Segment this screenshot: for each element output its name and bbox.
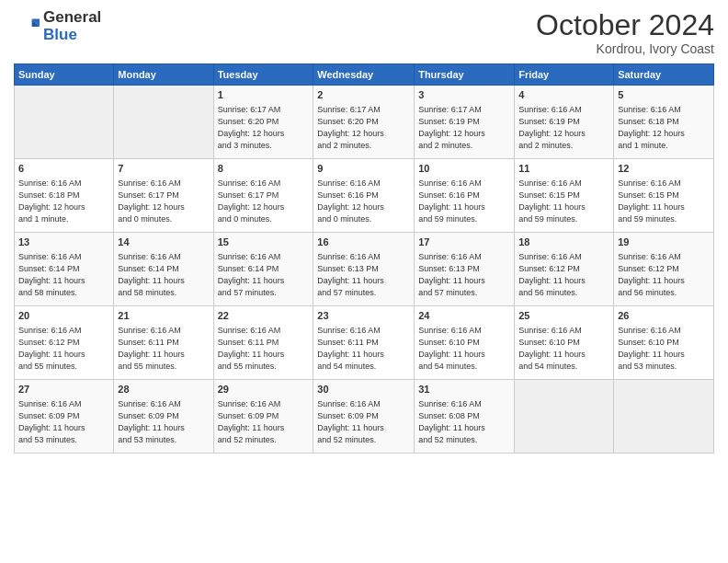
day-number: 7 (118, 162, 209, 176)
day-info: Sunrise: 6:16 AM Sunset: 6:15 PM Dayligh… (518, 178, 609, 225)
calendar-day-cell: 20Sunrise: 6:16 AM Sunset: 6:12 PM Dayli… (15, 306, 114, 380)
day-info: Sunrise: 6:16 AM Sunset: 6:12 PM Dayligh… (18, 325, 109, 373)
calendar-day-cell: 24Sunrise: 6:16 AM Sunset: 6:10 PM Dayli… (415, 306, 515, 380)
day-info: Sunrise: 6:16 AM Sunset: 6:14 PM Dayligh… (218, 251, 310, 299)
day-info: Sunrise: 6:16 AM Sunset: 6:11 PM Dayligh… (218, 325, 310, 373)
day-info: Sunrise: 6:17 AM Sunset: 6:20 PM Dayligh… (317, 104, 410, 152)
day-number: 26 (618, 309, 710, 323)
calendar-day-cell: 3Sunrise: 6:17 AM Sunset: 6:19 PM Daylig… (415, 86, 515, 159)
calendar-day-cell: 9Sunrise: 6:16 AM Sunset: 6:16 PM Daylig… (313, 159, 415, 233)
header: General Blue October 2024 Kordrou, Ivory… (14, 9, 714, 56)
calendar-day-cell: 2Sunrise: 6:17 AM Sunset: 6:20 PM Daylig… (313, 86, 415, 159)
day-number: 12 (618, 162, 710, 176)
weekday-header: Monday (114, 64, 213, 86)
day-info: Sunrise: 6:16 AM Sunset: 6:11 PM Dayligh… (118, 325, 209, 373)
day-number: 9 (317, 162, 410, 176)
calendar-day-cell: 28Sunrise: 6:16 AM Sunset: 6:09 PM Dayli… (114, 380, 213, 454)
calendar-day-cell: 4Sunrise: 6:16 AM Sunset: 6:19 PM Daylig… (515, 86, 614, 159)
calendar-day-cell: 15Sunrise: 6:16 AM Sunset: 6:14 PM Dayli… (213, 233, 313, 306)
day-number: 24 (418, 309, 510, 323)
page: General Blue October 2024 Kordrou, Ivory… (0, 0, 728, 563)
calendar-day-cell: 30Sunrise: 6:16 AM Sunset: 6:09 PM Dayli… (313, 380, 415, 454)
calendar-day-cell: 13Sunrise: 6:16 AM Sunset: 6:14 PM Dayli… (15, 233, 114, 306)
calendar-day-cell: 21Sunrise: 6:16 AM Sunset: 6:11 PM Dayli… (114, 306, 213, 380)
calendar-day-cell: 6Sunrise: 6:16 AM Sunset: 6:18 PM Daylig… (15, 159, 114, 233)
day-info: Sunrise: 6:16 AM Sunset: 6:10 PM Dayligh… (618, 325, 710, 373)
day-number: 28 (118, 383, 209, 396)
calendar-day-cell: 5Sunrise: 6:16 AM Sunset: 6:18 PM Daylig… (614, 86, 714, 159)
weekday-header: Thursday (415, 64, 515, 86)
logo: General Blue (14, 9, 101, 43)
calendar-day-cell: 8Sunrise: 6:16 AM Sunset: 6:17 PM Daylig… (213, 159, 313, 233)
calendar-week-row: 27Sunrise: 6:16 AM Sunset: 6:09 PM Dayli… (15, 380, 714, 454)
day-number: 22 (218, 309, 310, 323)
day-number: 16 (317, 236, 410, 249)
day-number: 8 (218, 162, 310, 176)
day-number: 29 (218, 383, 310, 396)
day-number: 19 (618, 236, 710, 249)
weekday-header: Sunday (15, 64, 114, 86)
title-block: October 2024 Kordrou, Ivory Coast (536, 9, 714, 56)
day-info: Sunrise: 6:16 AM Sunset: 6:10 PM Dayligh… (418, 325, 510, 373)
month-title: October 2024 (536, 9, 714, 41)
calendar-day-cell: 27Sunrise: 6:16 AM Sunset: 6:09 PM Dayli… (15, 380, 114, 454)
calendar-day-cell (614, 380, 714, 454)
weekday-header: Friday (515, 64, 614, 86)
day-number: 23 (317, 309, 410, 323)
day-info: Sunrise: 6:16 AM Sunset: 6:10 PM Dayligh… (518, 325, 609, 373)
weekday-header: Wednesday (313, 64, 415, 86)
day-info: Sunrise: 6:17 AM Sunset: 6:19 PM Dayligh… (418, 104, 510, 152)
calendar-week-row: 6Sunrise: 6:16 AM Sunset: 6:18 PM Daylig… (15, 159, 714, 233)
day-number: 2 (317, 88, 410, 102)
calendar-day-cell: 1Sunrise: 6:17 AM Sunset: 6:20 PM Daylig… (213, 86, 313, 159)
day-info: Sunrise: 6:16 AM Sunset: 6:14 PM Dayligh… (118, 251, 209, 299)
calendar-day-cell (114, 86, 213, 159)
day-number: 21 (118, 309, 209, 323)
calendar: SundayMondayTuesdayWednesdayThursdayFrid… (14, 63, 714, 454)
day-number: 11 (518, 162, 609, 176)
day-info: Sunrise: 6:16 AM Sunset: 6:16 PM Dayligh… (418, 178, 510, 225)
logo-text-line2: Blue (43, 27, 101, 44)
day-info: Sunrise: 6:16 AM Sunset: 6:15 PM Dayligh… (618, 178, 710, 225)
day-info: Sunrise: 6:16 AM Sunset: 6:12 PM Dayligh… (518, 251, 609, 299)
calendar-day-cell (515, 380, 614, 454)
day-info: Sunrise: 6:16 AM Sunset: 6:18 PM Dayligh… (18, 178, 109, 225)
day-info: Sunrise: 6:16 AM Sunset: 6:09 PM Dayligh… (218, 398, 310, 446)
weekday-header: Tuesday (213, 64, 313, 86)
day-number: 14 (118, 236, 209, 249)
calendar-day-cell: 31Sunrise: 6:16 AM Sunset: 6:08 PM Dayli… (415, 380, 515, 454)
day-info: Sunrise: 6:16 AM Sunset: 6:18 PM Dayligh… (618, 104, 710, 152)
day-info: Sunrise: 6:16 AM Sunset: 6:14 PM Dayligh… (18, 251, 109, 299)
day-number: 5 (618, 88, 710, 102)
calendar-day-cell: 7Sunrise: 6:16 AM Sunset: 6:17 PM Daylig… (114, 159, 213, 233)
logo-text-line1: General (43, 9, 101, 27)
day-info: Sunrise: 6:17 AM Sunset: 6:20 PM Dayligh… (218, 104, 310, 152)
calendar-day-cell: 25Sunrise: 6:16 AM Sunset: 6:10 PM Dayli… (515, 306, 614, 380)
day-info: Sunrise: 6:16 AM Sunset: 6:09 PM Dayligh… (317, 398, 410, 446)
day-info: Sunrise: 6:16 AM Sunset: 6:17 PM Dayligh… (218, 178, 310, 225)
day-info: Sunrise: 6:16 AM Sunset: 6:17 PM Dayligh… (118, 178, 209, 225)
day-number: 15 (218, 236, 310, 249)
calendar-day-cell: 10Sunrise: 6:16 AM Sunset: 6:16 PM Dayli… (415, 159, 515, 233)
calendar-day-cell: 19Sunrise: 6:16 AM Sunset: 6:12 PM Dayli… (614, 233, 714, 306)
day-info: Sunrise: 6:16 AM Sunset: 6:13 PM Dayligh… (317, 251, 410, 299)
calendar-week-row: 13Sunrise: 6:16 AM Sunset: 6:14 PM Dayli… (15, 233, 714, 306)
calendar-day-cell: 12Sunrise: 6:16 AM Sunset: 6:15 PM Dayli… (614, 159, 714, 233)
day-number: 10 (418, 162, 510, 176)
logo-icon (14, 14, 40, 40)
calendar-day-cell: 16Sunrise: 6:16 AM Sunset: 6:13 PM Dayli… (313, 233, 415, 306)
calendar-day-cell: 29Sunrise: 6:16 AM Sunset: 6:09 PM Dayli… (213, 380, 313, 454)
day-number: 4 (518, 88, 609, 102)
calendar-day-cell (15, 86, 114, 159)
day-info: Sunrise: 6:16 AM Sunset: 6:11 PM Dayligh… (317, 325, 410, 373)
calendar-day-cell: 18Sunrise: 6:16 AM Sunset: 6:12 PM Dayli… (515, 233, 614, 306)
day-number: 27 (18, 383, 109, 396)
calendar-header-row: SundayMondayTuesdayWednesdayThursdayFrid… (15, 64, 714, 86)
day-number: 3 (418, 88, 510, 102)
day-number: 30 (317, 383, 410, 396)
day-number: 1 (218, 88, 310, 102)
calendar-week-row: 20Sunrise: 6:16 AM Sunset: 6:12 PM Dayli… (15, 306, 714, 380)
day-info: Sunrise: 6:16 AM Sunset: 6:08 PM Dayligh… (418, 398, 510, 446)
weekday-header: Saturday (614, 64, 714, 86)
day-number: 18 (518, 236, 609, 249)
